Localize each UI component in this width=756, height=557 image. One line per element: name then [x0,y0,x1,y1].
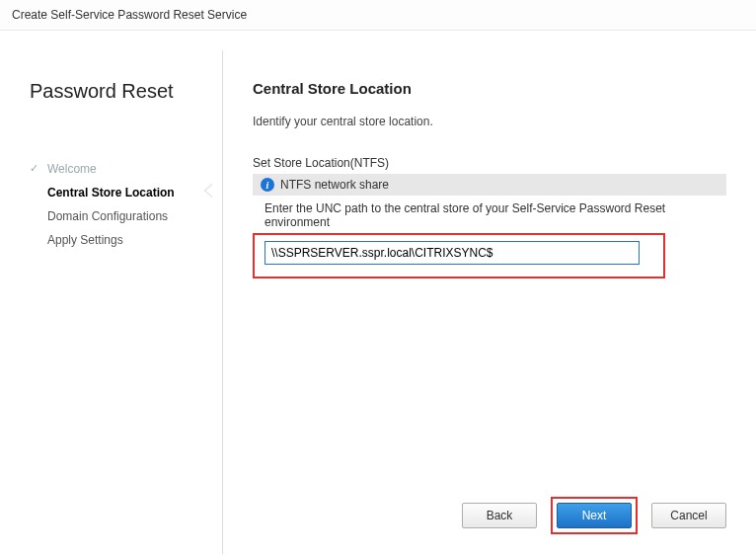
content-description: Identify your central store location. [253,115,726,128]
ntfs-share-row: i NTFS network share [253,174,726,196]
content-pane: Central Store Location Identify your cen… [222,50,756,554]
info-icon: i [261,178,274,192]
wizard-buttons: Back Next Cancel [253,485,726,534]
ntfs-share-label: NTFS network share [280,178,389,192]
cancel-button[interactable]: Cancel [651,503,726,528]
next-button-highlight: Next [551,497,638,534]
content-heading: Central Store Location [253,80,726,97]
back-button[interactable]: Back [462,503,537,528]
step-apply-settings[interactable]: Apply Settings [30,228,212,252]
sidebar-title: Password Reset [30,80,212,103]
step-welcome[interactable]: Welcome [30,157,212,181]
step-central-store-location[interactable]: Central Store Location [30,181,212,204]
store-location-label: Set Store Location(NTFS) [253,156,726,170]
unc-path-hint: Enter the UNC path to the central store … [265,201,726,229]
sidebar: Password Reset Welcome Central Store Loc… [0,50,222,554]
wizard-body: Password Reset Welcome Central Store Loc… [0,31,756,554]
next-button[interactable]: Next [557,503,632,528]
step-domain-configurations[interactable]: Domain Configurations [30,204,212,228]
unc-input-highlight [253,233,665,278]
unc-path-input[interactable] [265,241,640,265]
steps-list: Welcome Central Store Location Domain Co… [30,157,212,252]
window-title: Create Self-Service Password Reset Servi… [0,0,756,31]
